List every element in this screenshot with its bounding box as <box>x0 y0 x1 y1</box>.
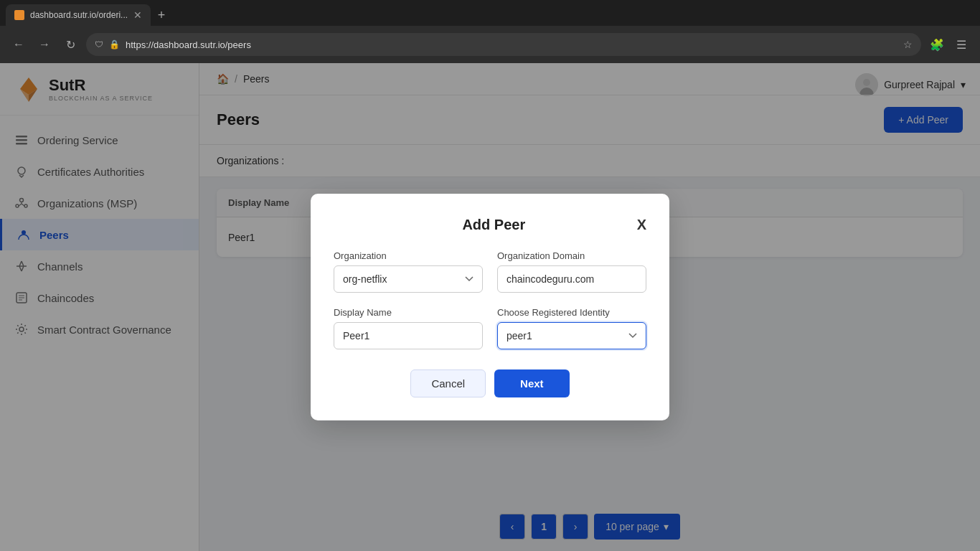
bookmark-icon[interactable]: ☆ <box>903 39 913 50</box>
display-name-field-group: Display Name <box>334 307 483 349</box>
org-select[interactable]: org-netflix org-amazon org-google <box>334 265 483 293</box>
tab-favicon <box>14 10 24 20</box>
identity-field-group: Choose Registered Identity peer1 peer2 a… <box>497 307 646 349</box>
app-container: SutR BLOCKCHAIN AS A SERVICE Ordering Se… <box>0 63 980 551</box>
url-text: https://dashboard.sutr.io/peers <box>126 39 897 50</box>
modal-close-btn[interactable]: X <box>637 217 646 233</box>
nav-actions: 🧩 ☰ <box>927 34 971 55</box>
modal-actions: Cancel Next <box>334 369 646 397</box>
reload-btn[interactable]: ↻ <box>60 34 80 55</box>
domain-field-group: Organization Domain <box>497 250 646 293</box>
tab-close-btn[interactable]: ✕ <box>133 9 142 21</box>
add-peer-modal: Add Peer X Organization org-netflix org-… <box>311 194 669 420</box>
menu-icon[interactable]: ☰ <box>951 34 971 55</box>
display-name-input[interactable] <box>334 322 483 349</box>
identity-select[interactable]: peer1 peer2 admin <box>497 322 646 349</box>
new-tab-btn[interactable]: + <box>151 4 172 26</box>
modal-form: Organization org-netflix org-amazon org-… <box>334 250 646 349</box>
browser-tabs: dashboard.sutr.io/orderi... ✕ + <box>0 0 980 26</box>
address-bar[interactable]: 🛡 🔒 https://dashboard.sutr.io/peers ☆ <box>86 33 921 56</box>
shield-icon: 🛡 <box>95 39 103 50</box>
modal-header: Add Peer X <box>334 217 646 233</box>
domain-label: Organization Domain <box>497 250 646 261</box>
main-content: Gurpreet Rajpal ▾ 🏠 / Peers Peers + Add … <box>199 63 980 551</box>
domain-input[interactable] <box>497 265 646 293</box>
forward-btn[interactable]: → <box>34 34 55 55</box>
back-btn[interactable]: ← <box>9 34 29 55</box>
modal-title: Add Peer <box>351 217 637 233</box>
org-label: Organization <box>334 250 483 261</box>
lock-icon: 🔒 <box>109 39 120 50</box>
browser-chrome: dashboard.sutr.io/orderi... ✕ + ← → ↻ 🛡 … <box>0 0 980 63</box>
next-button[interactable]: Next <box>494 369 570 397</box>
modal-overlay[interactable]: Add Peer X Organization org-netflix org-… <box>199 63 980 551</box>
identity-label: Choose Registered Identity <box>497 307 646 318</box>
org-field-group: Organization org-netflix org-amazon org-… <box>334 250 483 293</box>
browser-nav: ← → ↻ 🛡 🔒 https://dashboard.sutr.io/peer… <box>0 26 980 63</box>
extensions-icon[interactable]: 🧩 <box>927 34 947 55</box>
active-tab[interactable]: dashboard.sutr.io/orderi... ✕ <box>6 4 151 26</box>
cancel-button[interactable]: Cancel <box>410 369 486 397</box>
display-name-label: Display Name <box>334 307 483 318</box>
tab-title: dashboard.sutr.io/orderi... <box>30 10 128 20</box>
